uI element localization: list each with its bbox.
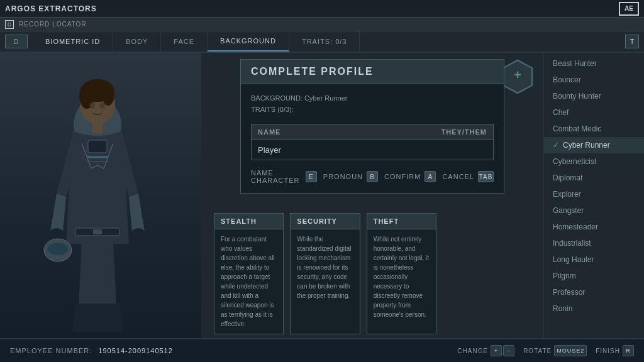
rotate-label: ROTATE bbox=[523, 348, 552, 354]
sidebar-item-long-hauler[interactable]: Long Hauler bbox=[544, 251, 644, 268]
beast-hunter-label: Beast Hunter bbox=[553, 59, 597, 68]
svg-point-6 bbox=[100, 102, 105, 109]
sidebar-item-homesteader[interactable]: Homesteader bbox=[544, 219, 644, 235]
key-e[interactable]: E bbox=[306, 171, 317, 182]
industrialist-label: Industrialist bbox=[553, 239, 591, 248]
top-bar: ARGOS EXTRACTORS AE bbox=[0, 0, 644, 18]
svg-rect-14 bbox=[87, 161, 108, 162]
traits-info: TRAITS (0/3): bbox=[251, 104, 494, 116]
bottom-bar: EMPLOYEE NUMBER: 190514-2009140512 CHANG… bbox=[0, 338, 644, 362]
nav-badge-d[interactable]: D bbox=[5, 35, 28, 48]
diplomat-label: Diplomat bbox=[553, 173, 582, 182]
svg-point-12 bbox=[48, 243, 68, 255]
bouncer-label: Bouncer bbox=[553, 75, 581, 84]
theft-header: THEFT bbox=[367, 214, 436, 229]
nav-face[interactable]: FACE bbox=[161, 31, 208, 52]
character-model bbox=[13, 68, 182, 338]
name-table: NAME THEY/THEM Player bbox=[251, 124, 494, 160]
key-tab[interactable]: TAB bbox=[478, 171, 494, 182]
svg-text:+: + bbox=[514, 68, 521, 82]
action-name-label: NAME CHARACTER bbox=[251, 169, 302, 184]
key-plus[interactable]: + bbox=[491, 345, 502, 356]
sidebar-item-pilgrim[interactable]: Pilgrim bbox=[544, 268, 644, 284]
svg-point-4 bbox=[102, 83, 114, 106]
action-pronoun-label: PRONOUN bbox=[323, 173, 363, 180]
table-row: Player bbox=[252, 140, 494, 160]
nav-badge-t[interactable]: T bbox=[625, 35, 639, 48]
rotate-btn[interactable]: ROTATE MOUSE2 bbox=[523, 345, 587, 356]
bg-description-area: STEALTH For a combatant who values discr… bbox=[214, 213, 436, 334]
stealth-body: For a combatant who values discretion ab… bbox=[214, 229, 283, 334]
security-card: SECURITY While the standardized digital … bbox=[290, 213, 360, 334]
svg-point-10 bbox=[131, 228, 146, 241]
finish-btn[interactable]: FINISH R bbox=[596, 345, 634, 356]
player-pronoun bbox=[343, 140, 493, 160]
background-list: Beast Hunter Bouncer Bounty Hunter Chef … bbox=[543, 53, 644, 338]
sidebar-item-gangster[interactable]: Gangster bbox=[544, 202, 644, 219]
change-btn[interactable]: CHANGE + - bbox=[457, 345, 514, 356]
gangster-label: Gangster bbox=[553, 206, 584, 215]
main-content: Cyber Runner COMPLETE PROFILE BACKGROUND… bbox=[0, 53, 644, 338]
theft-body: While not entirely honorable, and certai… bbox=[367, 229, 436, 324]
nav-bar: D BIOMETRIC ID BODY FACE BACKGROUND TRAI… bbox=[0, 31, 644, 53]
key-r[interactable]: R bbox=[623, 345, 634, 356]
app-logo: AE bbox=[619, 2, 639, 16]
sidebar-item-professor[interactable]: Professor bbox=[544, 284, 644, 300]
sidebar-item-explorer[interactable]: Explorer bbox=[544, 186, 644, 202]
bottom-actions: CHANGE + - ROTATE MOUSE2 FINISH R bbox=[457, 345, 634, 356]
stealth-header: STEALTH bbox=[214, 214, 283, 229]
combat-medic-label: Combat Medic bbox=[553, 124, 601, 133]
key-b[interactable]: B bbox=[367, 171, 378, 182]
stealth-card: STEALTH For a combatant who values discr… bbox=[214, 213, 284, 334]
sub-bar: D RECORD LOCATOR bbox=[0, 18, 644, 31]
pilgrim-label: Pilgrim bbox=[553, 272, 576, 280]
center-content: Cyber Runner COMPLETE PROFILE BACKGROUND… bbox=[201, 53, 543, 338]
sidebar-item-ronin[interactable]: Ronin bbox=[544, 300, 644, 317]
character-background bbox=[0, 53, 201, 338]
col-pronoun: THEY/THEM bbox=[343, 124, 493, 140]
key-mouse2[interactable]: MOUSE2 bbox=[554, 345, 587, 356]
svg-rect-7 bbox=[92, 122, 103, 133]
modal-actions: NAME CHARACTER E PRONOUN B CONFIRM A CAN… bbox=[251, 169, 494, 184]
character-area bbox=[0, 53, 201, 338]
background-info: BACKGROUND: Cyber Runner bbox=[251, 93, 494, 104]
svg-rect-8 bbox=[88, 140, 107, 153]
sidebar-item-beast-hunter[interactable]: Beast Hunter bbox=[544, 55, 644, 72]
sidebar-item-industrialist[interactable]: Industrialist bbox=[544, 235, 644, 251]
key-a[interactable]: A bbox=[425, 171, 436, 182]
bounty-hunter-label: Bounty Hunter bbox=[553, 92, 601, 101]
nav-background[interactable]: BACKGROUND bbox=[208, 31, 289, 52]
action-confirm-label: CONFIRM bbox=[384, 173, 421, 180]
app-title: ARGOS EXTRACTORS bbox=[5, 4, 97, 13]
sidebar-item-bounty-hunter[interactable]: Bounty Hunter bbox=[544, 88, 644, 104]
modal-header: COMPLETE PROFILE bbox=[241, 60, 504, 84]
col-name: NAME bbox=[252, 124, 344, 140]
sidebar-item-cyber-runner[interactable]: ✓ Cyber Runner bbox=[544, 137, 644, 153]
complete-profile-modal: COMPLETE PROFILE BACKGROUND: Cyber Runne… bbox=[240, 59, 504, 194]
sidebar-item-cyberneticist[interactable]: Cyberneticist bbox=[544, 153, 644, 170]
sidebar-item-combat-medic[interactable]: Combat Medic bbox=[544, 121, 644, 137]
cyber-runner-label: Cyber Runner bbox=[563, 141, 610, 150]
professor-label: Professor bbox=[553, 288, 585, 297]
svg-rect-16 bbox=[93, 229, 102, 234]
player-name: Player bbox=[252, 140, 344, 160]
explorer-label: Explorer bbox=[553, 190, 581, 199]
action-cancel-label: CANCEL bbox=[442, 173, 474, 180]
nav-traits[interactable]: TRAITS: 0/3 bbox=[289, 31, 360, 52]
homesteader-label: Homesteader bbox=[553, 222, 598, 231]
sub-bar-text: RECORD LOCATOR bbox=[19, 21, 87, 28]
svg-point-5 bbox=[90, 102, 95, 109]
security-header: SECURITY bbox=[291, 214, 359, 229]
long-hauler-label: Long Hauler bbox=[553, 255, 594, 264]
change-label: CHANGE bbox=[457, 348, 488, 354]
cyberneticist-label: Cyberneticist bbox=[553, 157, 596, 166]
employee-number: 190514-2009140512 bbox=[98, 347, 173, 354]
nav-body[interactable]: BODY bbox=[113, 31, 161, 52]
sidebar-item-diplomat[interactable]: Diplomat bbox=[544, 170, 644, 186]
theft-card: THEFT While not entirely honorable, and … bbox=[367, 213, 436, 334]
nav-biometric[interactable]: BIOMETRIC ID bbox=[33, 31, 113, 52]
key-minus[interactable]: - bbox=[503, 345, 514, 356]
modal-body: BACKGROUND: Cyber Runner TRAITS (0/3): N… bbox=[241, 84, 504, 193]
sidebar-item-chef[interactable]: Chef bbox=[544, 104, 644, 121]
sidebar-item-bouncer[interactable]: Bouncer bbox=[544, 72, 644, 88]
